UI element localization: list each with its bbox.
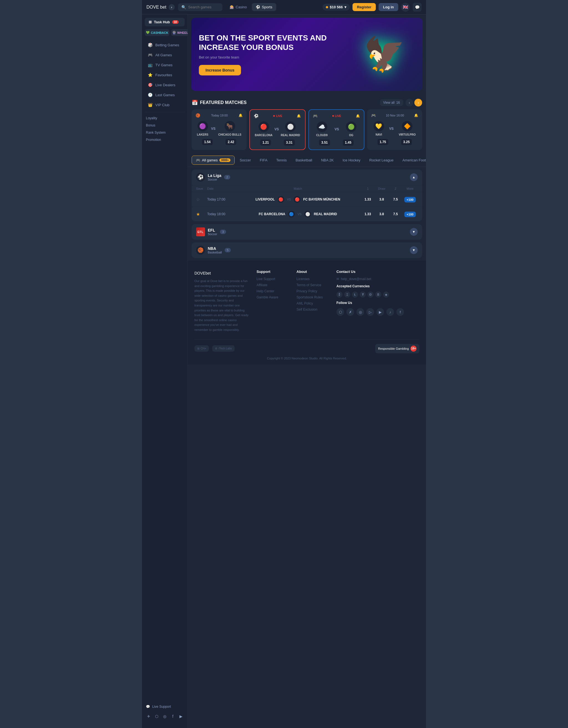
- odd-away[interactable]: 1.45: [343, 139, 354, 146]
- more-pill[interactable]: +100: [404, 197, 416, 202]
- tab-rocket-league[interactable]: Rocket League: [366, 156, 397, 164]
- odd-home[interactable]: 1.21: [260, 139, 271, 146]
- odd2-cell[interactable]: 7.5: [389, 197, 402, 201]
- sidebar-item-betting-games[interactable]: 🎲 Betting Games: [144, 40, 186, 50]
- more-pill[interactable]: +100: [404, 212, 416, 217]
- nav-sports[interactable]: ⚽ Sports: [252, 3, 276, 11]
- match-card-cs2[interactable]: 🎮 10 Nov 16:00 🔔 💛 NAVI VS 🔶 VIRTUS.PRO: [367, 109, 422, 150]
- live-support-button[interactable]: 💬 Live Support: [145, 702, 185, 711]
- youtube-footer-icon[interactable]: ▶: [376, 308, 384, 316]
- facebook-footer-icon[interactable]: f: [396, 308, 404, 316]
- odd-home[interactable]: 1.75: [377, 139, 388, 145]
- bell-icon[interactable]: 🔔: [297, 114, 301, 118]
- youtube-icon[interactable]: ▶: [178, 713, 184, 720]
- sidebar-item-live-dealers[interactable]: 🎯 Live Dealers: [144, 80, 186, 90]
- telegram-icon[interactable]: ✈: [146, 713, 151, 720]
- sidebar-item-all-games[interactable]: 🎮 All Games: [144, 50, 186, 60]
- live-support-icon: 💬: [146, 705, 150, 709]
- league-header-efl[interactable]: EFL EFL Soccer 3 ▼: [192, 224, 422, 240]
- footer-link-sportsbook[interactable]: Sportsbook Rules: [296, 295, 330, 299]
- view-all-button[interactable]: View all 16: [380, 99, 404, 106]
- footer-email[interactable]: ✉ help_dove@mail.bet: [336, 277, 404, 281]
- next-arrow-button[interactable]: ›: [414, 99, 422, 106]
- cashback-button[interactable]: 💚 CASHBACK: [145, 29, 169, 36]
- league-header-laliga[interactable]: ⚽ La Liga Soccer 2 ▲: [192, 169, 422, 185]
- footer-link-licenses[interactable]: Licenses: [296, 277, 330, 281]
- tab-tennis[interactable]: Tennis: [272, 156, 291, 164]
- footer-link-privacy[interactable]: Privacy Policy: [296, 289, 330, 293]
- more-button[interactable]: +100: [402, 197, 418, 202]
- tiktok-footer-icon[interactable]: ♪: [386, 308, 394, 316]
- instagram-icon[interactable]: ◎: [162, 713, 167, 720]
- tab-fifa[interactable]: FIFA: [256, 156, 271, 164]
- footer-link-gamble-aware[interactable]: Gamble Aware: [257, 295, 290, 299]
- odd1-cell[interactable]: 1.33: [361, 212, 375, 216]
- sidebar-item-favourites[interactable]: ⭐ Favourites: [144, 70, 186, 80]
- register-button[interactable]: Register: [353, 3, 376, 11]
- sidebar-link-bonus[interactable]: Bonus: [142, 122, 187, 129]
- match-card-cs[interactable]: 🎮 LIVE 🔔 ☁️ CLOUD9 VS: [308, 109, 364, 150]
- match-card-featured[interactable]: ⚽ LIVE 🔔 🔴 BARCELONA VS: [249, 109, 305, 150]
- sidebar-item-last-games[interactable]: 🕐 Last Games: [144, 90, 186, 100]
- more-button[interactable]: +100: [402, 212, 418, 217]
- league-header-nba[interactable]: 🏀 NBA Basketball 5 ▼: [192, 242, 422, 258]
- odd-away[interactable]: 3.31: [284, 139, 295, 146]
- footer-link-terms[interactable]: Terms of Service: [296, 283, 330, 287]
- sidebar-item-tv-games[interactable]: 📺 TV Games: [144, 60, 186, 70]
- bell-icon[interactable]: 🔔: [356, 114, 360, 118]
- bell-icon[interactable]: 🔔: [414, 113, 418, 117]
- task-hub-button[interactable]: ⊞ Task Hub 10: [145, 18, 185, 26]
- tab-soccer[interactable]: Soccer: [236, 156, 255, 164]
- wheel-button[interactable]: 🎡 WHEEL: [171, 29, 189, 36]
- draw-cell[interactable]: 3.8: [375, 212, 389, 216]
- sidebar-link-promotion[interactable]: Promotion: [142, 136, 187, 143]
- odd1-cell[interactable]: 1.33: [361, 197, 375, 201]
- twitch-footer-icon[interactable]: ▷: [366, 308, 374, 316]
- tab-nba2k[interactable]: NBA 2K: [317, 156, 338, 164]
- save-star-button-active[interactable]: ★: [196, 212, 207, 217]
- sidebar-link-rank[interactable]: Rank System: [142, 129, 187, 136]
- draw-cell[interactable]: 3.8: [375, 197, 389, 201]
- odd-away[interactable]: 3.25: [401, 139, 412, 145]
- login-button[interactable]: Log in: [379, 3, 398, 11]
- logo[interactable]: DOVEbet ›: [146, 4, 175, 10]
- chat-button[interactable]: 💬: [413, 3, 422, 12]
- league-expand-button-efl[interactable]: ▼: [410, 228, 418, 236]
- instagram-footer-icon[interactable]: ◎: [356, 308, 364, 316]
- odd2-cell[interactable]: 7.5: [389, 212, 402, 216]
- sidebar-toggle[interactable]: ›: [169, 4, 175, 10]
- match-card[interactable]: 🏀 Today 19:00 🔔 🟣 LAKERS VS 🐂 CHICAGO BU…: [192, 109, 247, 150]
- tech-text: iTech Labs: [219, 347, 232, 350]
- tab-ice-hockey[interactable]: Ice Hockey: [339, 156, 364, 164]
- league-expand-button-nba[interactable]: ▼: [410, 246, 418, 254]
- odd-home[interactable]: 3.51: [319, 139, 330, 146]
- nav-casino[interactable]: 🎰 Casino: [226, 3, 251, 11]
- footer-link-affiliate[interactable]: Affiliate: [257, 283, 290, 287]
- bell-icon[interactable]: 🔔: [239, 113, 243, 117]
- match-time: Today 19:00: [211, 114, 228, 117]
- prev-arrow-button[interactable]: ‹: [405, 99, 413, 106]
- odd-away[interactable]: 2.42: [225, 139, 236, 145]
- odd-home[interactable]: 1.54: [202, 139, 213, 145]
- footer-link-aml[interactable]: AML Policy: [296, 301, 330, 305]
- balance-display[interactable]: $10 566 ▾: [323, 4, 350, 11]
- search-input[interactable]: [188, 5, 219, 9]
- litecoin-icon: Ł: [352, 291, 358, 298]
- tab-american-football[interactable]: American Football: [399, 156, 426, 164]
- footer-link-self-exclusion[interactable]: Self Exclusion: [296, 308, 330, 311]
- league-expand-button[interactable]: ▲: [410, 173, 418, 181]
- tab-all-games[interactable]: 🎮 All games 3000+: [192, 156, 235, 165]
- save-star-button[interactable]: ☆: [196, 197, 207, 202]
- increase-bonus-button[interactable]: Increase Bonus: [199, 65, 241, 75]
- discord-icon[interactable]: ⬡: [154, 713, 159, 720]
- language-selector[interactable]: 🇬🇧: [401, 3, 410, 12]
- sidebar-item-vip-club[interactable]: 👑 VIP Club: [144, 100, 186, 110]
- twitter-footer-icon[interactable]: ✗: [346, 308, 354, 316]
- search-bar[interactable]: 🔍: [178, 3, 222, 11]
- sidebar-link-loyality[interactable]: Loyality: [142, 115, 187, 122]
- footer-link-help-center[interactable]: Help Center: [257, 289, 290, 293]
- footer-link-live-support[interactable]: Live Support: [257, 277, 290, 281]
- discord-footer-icon[interactable]: ⬡: [336, 308, 344, 316]
- tab-basketball[interactable]: Basketball: [292, 156, 316, 164]
- facebook-icon[interactable]: f: [170, 713, 176, 720]
